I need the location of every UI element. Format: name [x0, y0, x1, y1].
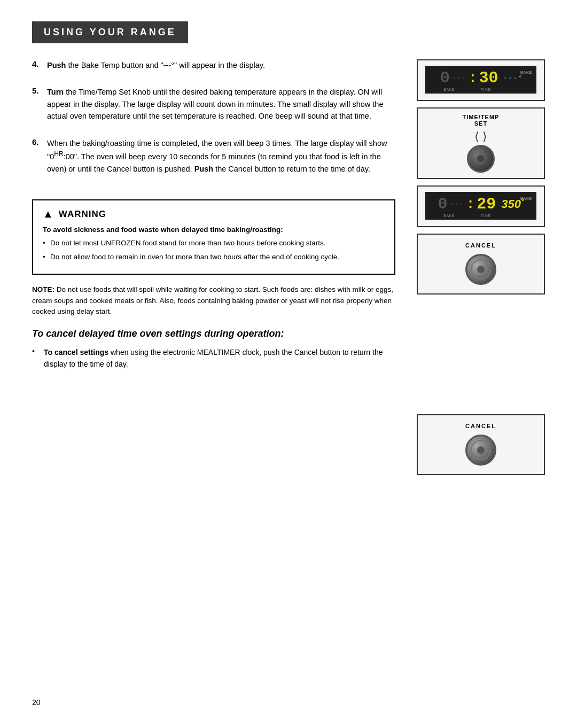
cancel-box-2: CANCEL [417, 414, 545, 475]
right-column: BAKE 0 ··· : 30 --- ° BAKE TIME [411, 59, 550, 707]
seg-row-1: 0 ··· : 30 --- ° [431, 70, 531, 86]
seg-30-1: 30 [479, 70, 498, 86]
bake-right-label-2: BAKE [520, 196, 532, 201]
cancel-center-dot-1 [477, 266, 485, 273]
seg-29: 29 [477, 196, 496, 212]
seg-lbl-bake2-1 [517, 88, 518, 91]
page-header-title: USING YOUR RANGE [44, 27, 176, 37]
cancel-button-1[interactable] [465, 254, 496, 285]
warning-triangle-icon: ▲ [43, 208, 53, 220]
page-header: USING YOUR RANGE [32, 21, 188, 43]
note-text: NOTE: Do not use foods that will spoil w… [32, 284, 395, 318]
step-5-text: Turn the Time/Temp Set Knob until the de… [47, 86, 395, 122]
page-number: 20 [32, 682, 395, 707]
bake-right-label-1: BAKE [520, 70, 532, 75]
cancel-center-dot-2 [477, 446, 485, 454]
warning-bullets-list: Do not let most UNFROZEN food stand for … [43, 238, 385, 263]
seg-lbl-time-2: TIME [481, 214, 491, 218]
seg-lbl-bake-1: BAKE [443, 88, 455, 91]
step-6-text: When the baking/roasting time is complet… [47, 137, 395, 175]
seg-colon-2: : [466, 197, 475, 211]
knob-label: TIME/TEMP SET [463, 114, 500, 127]
main-layout: 4. Push the Bake Temp button and "---°" … [32, 59, 550, 707]
note-body: Do not use foods that will spoil while w… [32, 285, 393, 316]
note-label: NOTE: [32, 285, 54, 293]
seg-dots-2: ··· [449, 200, 463, 208]
step-4-text: Push the Bake Temp button and "---°" wil… [47, 59, 265, 71]
cancel-button-inner-ring-2 [471, 440, 491, 460]
warning-bullet-2: Do not allow food to remain in oven for … [43, 252, 385, 262]
knob-label-line1: TIME/TEMP [463, 114, 500, 120]
warning-box: ▲ WARNING To avoid sickness and food was… [32, 199, 395, 275]
seg-degree-1: ° [519, 74, 521, 82]
seg-lbl-bake3-2 [517, 214, 518, 218]
seg-dashes-1: --- [503, 74, 518, 82]
warning-header-text: WARNING [59, 209, 106, 220]
knob-circle[interactable] [467, 145, 495, 173]
oven-display-2: BAKE 0 ··· : 29 350° BAKE TIME [425, 192, 536, 220]
cancel-button-2[interactable] [465, 435, 496, 466]
page-container: USING YOUR RANGE 4. Push the Bake Temp b… [0, 0, 577, 728]
seg-dots-1: ··· [452, 74, 465, 82]
seg-lbl-bake-2: BAKE [443, 214, 455, 218]
cancel-box-1: CANCEL [417, 234, 545, 295]
seg-zero-2: 0 [438, 196, 447, 212]
step-6-number: 6. [32, 137, 42, 175]
sub-step-text: To cancel settings when using the electr… [44, 347, 395, 370]
seg-label-row-2: BAKE TIME [431, 214, 531, 218]
sub-step-1: • To cancel settings when using the elec… [32, 347, 395, 370]
step-4-block: 4. Push the Bake Temp button and "---°" … [32, 59, 395, 71]
warning-title: ▲ WARNING [43, 208, 385, 220]
knob-inner [476, 154, 486, 164]
seg-zero-1: 0 [440, 70, 450, 86]
warning-bullet-1: Do not let most UNFROZEN food stand for … [43, 238, 385, 249]
warning-subheader: To avoid sickness and food waste when de… [43, 226, 385, 234]
cancel-label-2: CANCEL [465, 423, 496, 429]
oven-display-1: BAKE 0 ··· : 30 --- ° BAKE TIME [425, 66, 536, 94]
display-box-1: BAKE 0 ··· : 30 --- ° BAKE TIME [417, 59, 545, 101]
seg-row-2: 0 ··· : 29 350° [431, 196, 531, 212]
cancel-label-1: CANCEL [465, 242, 496, 249]
sub-step-bullet: • [32, 347, 40, 370]
step-5-number: 5. [32, 86, 42, 122]
knob-box: TIME/TEMP SET ⟨ ⟩ [417, 107, 545, 179]
knob-arrows-icon: ⟨ ⟩ [474, 130, 487, 144]
step-6-block: 6. When the baking/roasting time is comp… [32, 137, 395, 175]
display-box-2: BAKE 0 ··· : 29 350° BAKE TIME [417, 185, 545, 227]
cancel-button-inner-ring-1 [471, 259, 491, 280]
step-4-number: 4. [32, 59, 42, 71]
subsection-heading: To cancel delayed time oven settings dur… [32, 328, 395, 339]
seg-label-row-1: BAKE TIME [431, 88, 531, 91]
seg-colon-1: : [469, 71, 477, 85]
step-5-block: 5. Turn the Time/Temp Set Knob until the… [32, 86, 395, 122]
left-column: 4. Push the Bake Temp button and "---°" … [32, 59, 395, 707]
seg-lbl-time-1: TIME [481, 88, 491, 91]
knob-label-line2: SET [474, 120, 487, 127]
